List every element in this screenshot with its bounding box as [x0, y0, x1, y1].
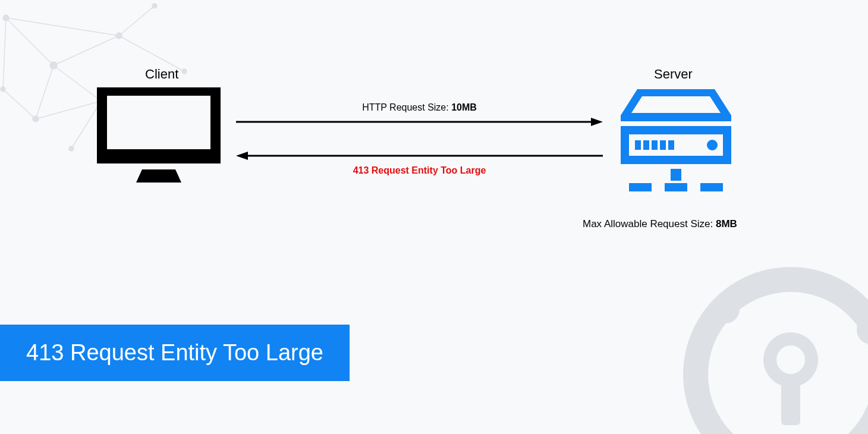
svg-line-6 [119, 36, 184, 71]
max-allowable-prefix: Max Allowable Request Size: [583, 218, 716, 229]
svg-line-1 [36, 65, 54, 119]
svg-rect-34 [635, 140, 641, 150]
svg-line-10 [3, 89, 36, 119]
svg-line-3 [119, 6, 155, 36]
svg-point-25 [776, 345, 805, 374]
svg-rect-30 [629, 183, 652, 191]
svg-rect-35 [643, 140, 649, 150]
svg-point-18 [182, 69, 187, 74]
svg-point-39 [707, 140, 718, 150]
svg-line-0 [6, 18, 54, 65]
svg-line-7 [36, 101, 101, 119]
svg-rect-31 [665, 183, 687, 191]
svg-point-19 [1, 87, 5, 92]
svg-point-15 [152, 4, 157, 8]
svg-point-17 [69, 146, 74, 151]
svg-rect-38 [668, 140, 674, 150]
request-size-label: HTTP Request Size: 10MB [236, 102, 603, 113]
request-size-value: 10MB [451, 102, 477, 112]
svg-point-12 [50, 62, 57, 69]
svg-rect-27 [107, 96, 210, 149]
max-allowable-label: Max Allowable Request Size: 8MB [583, 218, 737, 230]
svg-line-4 [54, 65, 101, 101]
max-allowable-value: 8MB [716, 218, 737, 229]
svg-rect-32 [700, 183, 723, 191]
client-label: Client [145, 67, 178, 82]
title-text: 413 Request Entity Too Large [26, 340, 323, 366]
svg-line-8 [6, 18, 119, 36]
server-icon [621, 89, 731, 196]
svg-marker-41 [591, 118, 603, 126]
svg-point-21 [711, 295, 740, 323]
svg-point-11 [3, 15, 9, 21]
svg-rect-29 [671, 169, 681, 181]
title-banner: 413 Request Entity Too Large [0, 325, 350, 381]
svg-point-23 [763, 332, 818, 387]
client-monitor-icon [97, 87, 221, 183]
svg-rect-24 [781, 372, 800, 425]
svg-rect-37 [660, 140, 666, 150]
svg-point-13 [33, 116, 39, 122]
keycdn-logo-decoration [666, 250, 868, 434]
svg-point-22 [857, 316, 868, 344]
svg-line-2 [54, 36, 119, 65]
svg-rect-36 [652, 140, 658, 150]
svg-marker-28 [136, 169, 181, 183]
response-error-label: 413 Request Entity Too Large [236, 165, 603, 176]
request-arrow-icon [236, 118, 603, 126]
server-label: Server [654, 67, 693, 82]
svg-marker-43 [236, 152, 248, 160]
request-size-prefix: HTTP Request Size: [362, 102, 451, 112]
response-arrow-icon [236, 152, 603, 160]
svg-point-20 [696, 279, 868, 434]
svg-line-9 [3, 18, 6, 89]
svg-point-14 [116, 33, 122, 39]
